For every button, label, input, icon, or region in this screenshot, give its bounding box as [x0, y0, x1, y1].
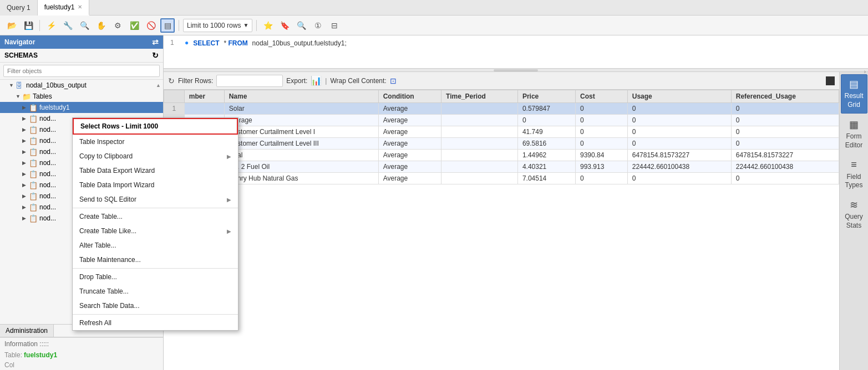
ctx-select-rows[interactable]: Select Rows - Limit 1000: [73, 118, 238, 135]
table-row[interactable]: 6 No. 2 Fuel Oil Average 4.40321 993.913…: [164, 161, 839, 173]
table-row[interactable]: 3 Customer Curtailment Level I Average 4…: [164, 126, 839, 138]
grid-toggle-button[interactable]: ▤: [160, 18, 175, 33]
zoom-button[interactable]: 🔍: [294, 18, 308, 33]
sep1: [39, 20, 40, 31]
cell-price: 41.749: [517, 126, 575, 138]
export-icon[interactable]: 📊: [311, 75, 322, 86]
table-row[interactable]: 5 Coal Average 1.44962 9390.84 6478154.8…: [164, 150, 839, 161]
ctx-refresh-all-label: Refresh All: [79, 319, 111, 327]
col-price-header[interactable]: Price: [517, 90, 575, 103]
col-refusage-header[interactable]: Referenced_Usage: [731, 90, 839, 103]
ctx-import-label: Table Data Import Wizard: [79, 181, 154, 189]
t5-arrow: ▶: [22, 149, 29, 155]
sql-editor[interactable]: 1 ● SELECT * FROM nodal_10bus_output.fue…: [164, 35, 868, 69]
close-icon[interactable]: ✕: [78, 4, 82, 10]
ctx-search-table[interactable]: Search Table Data...: [73, 299, 238, 313]
tab-fuelstudy1-label: fuelstudy1: [44, 3, 75, 11]
field-types-button[interactable]: ≡ FieldTypes: [841, 155, 867, 194]
table-item-fuelstudy1[interactable]: ▶ 📋 fuelstudy1: [0, 102, 163, 113]
hand-button[interactable]: ✋: [94, 18, 108, 33]
cell-name: No. 2 Fuel Oil: [224, 161, 378, 173]
ctx-truncate-table[interactable]: Truncate Table...: [73, 284, 238, 299]
col-cost-header[interactable]: Cost: [576, 90, 628, 103]
navigator-title: Navigator: [4, 38, 35, 46]
check-button[interactable]: ✅: [127, 18, 141, 33]
cell-cost: 0: [576, 138, 628, 150]
resize-handle[interactable]: ›: [164, 69, 868, 72]
ctx-export-wizard[interactable]: Table Data Export Wizard: [73, 163, 238, 178]
cell-usage: 6478154.81573227: [627, 150, 731, 161]
schema-name: nodal_10bus_output: [26, 81, 87, 89]
cell-cost: 0: [576, 173, 628, 184]
table-row[interactable]: 1 Solar Average 0.579847 0 0 0: [164, 103, 839, 115]
chevron-down-icon: ▼: [243, 22, 248, 28]
explain-button[interactable]: 🔧: [60, 18, 75, 33]
ctx-send-sql[interactable]: Send to SQL Editor ▶: [73, 192, 238, 207]
ctx-send-sql-label: Send to SQL Editor: [79, 196, 136, 203]
cell-usage: 0: [627, 173, 731, 184]
col-usage-header[interactable]: Usage: [627, 90, 731, 103]
ctx-create-table-like[interactable]: Create Table Like... ▶: [73, 224, 238, 238]
split-button[interactable]: ⊟: [327, 18, 342, 33]
wrap-icon[interactable]: ⊡: [390, 76, 397, 85]
result-grid-button[interactable]: ▤ ResultGrid: [841, 74, 867, 114]
ctx-create-table-label: Create Table...: [79, 213, 123, 220]
t2-icon: 📋: [29, 115, 38, 123]
stop-button[interactable]: 🚫: [144, 18, 158, 33]
ctx-import-wizard[interactable]: Table Data Import Wizard: [73, 178, 238, 192]
refresh-icon[interactable]: ↻: [152, 51, 159, 60]
refresh-icon[interactable]: ↻: [168, 76, 175, 85]
ctx-alter-table[interactable]: Alter Table...: [73, 238, 238, 253]
table-info: Table: fuelstudy1: [0, 350, 163, 360]
ctx-create-table[interactable]: Create Table...: [73, 209, 238, 224]
t10-icon: 📋: [29, 203, 38, 212]
filter-rows-input[interactable]: [216, 75, 283, 87]
pipe-sep: |: [325, 77, 327, 85]
execute-button[interactable]: ⚡: [44, 18, 58, 33]
tab-fuelstudy1[interactable]: fuelstudy1 ✕: [38, 0, 90, 16]
save-button[interactable]: 💾: [21, 18, 35, 33]
tab-query1-label: Query 1: [7, 4, 31, 12]
data-grid[interactable]: mber Name Condition Time_Period Price Co…: [164, 90, 839, 370]
cell-timeperiod: [441, 126, 518, 138]
ctx-drop-table[interactable]: Drop Table...: [73, 270, 238, 284]
col-label: Col: [4, 361, 14, 369]
auto-commit-button[interactable]: ①: [311, 18, 325, 33]
query-stats-button[interactable]: ≋ QueryStats: [841, 195, 867, 234]
schemas-header: SCHEMAS ↻: [0, 49, 163, 63]
open-button[interactable]: 📂: [4, 18, 19, 33]
form-editor-button[interactable]: ▦ FormEditor: [841, 115, 867, 154]
cell-price: 7.04514: [517, 173, 575, 184]
tab-query1[interactable]: Query 1: [0, 0, 38, 16]
ctx-table-maintenance[interactable]: Table Maintenance...: [73, 253, 238, 267]
sql-text: SELECT * FROM nodal_10bus_output.fuelstu…: [193, 39, 346, 47]
t9-icon: 📋: [29, 192, 38, 201]
cell-usage: 0: [627, 103, 731, 115]
tables-folder[interactable]: ▼ 📁 Tables: [0, 91, 163, 102]
bookmark-button[interactable]: 🔖: [277, 18, 292, 33]
search-button[interactable]: 🔍: [77, 18, 92, 33]
ctx-copy-clipboard[interactable]: Copy to Clipboard ▶: [73, 149, 238, 163]
ctx-table-inspector[interactable]: Table Inspector: [73, 135, 238, 149]
col-timeperiod-header[interactable]: Time_Period: [441, 90, 518, 103]
col-mber-header[interactable]: mber: [184, 90, 224, 103]
table-row[interactable]: 7 Henry Hub Natural Gas Average 7.04514 …: [164, 173, 839, 184]
scroll-arrow: ▲: [156, 83, 161, 88]
t10-label: nod...: [39, 203, 56, 211]
col-condition-header[interactable]: Condition: [378, 90, 441, 103]
star-button[interactable]: ⭐: [261, 18, 275, 33]
t8-arrow: ▶: [22, 182, 29, 188]
settings-button[interactable]: ⚙: [110, 18, 125, 33]
admin-tab[interactable]: Administration: [0, 325, 54, 337]
filter-input[interactable]: [3, 65, 160, 77]
col-name-header[interactable]: Name: [224, 90, 378, 103]
schema-item[interactable]: ▼ 🗄 nodal_10bus_output ▲: [0, 80, 163, 91]
sep2: [179, 20, 179, 31]
cell-refusage: 224442.660100438: [731, 161, 839, 173]
cell-mber: [184, 103, 224, 115]
table-row[interactable]: 4 Customer Curtailment Level III Average…: [164, 138, 839, 150]
limit-dropdown[interactable]: Limit to 1000 rows ▼: [183, 19, 252, 32]
ctx-refresh-all[interactable]: Refresh All: [73, 316, 238, 330]
sql-from-kw: FROM: [228, 39, 247, 47]
table-row[interactable]: 2 Storage Average 0 0 0 0: [164, 115, 839, 126]
